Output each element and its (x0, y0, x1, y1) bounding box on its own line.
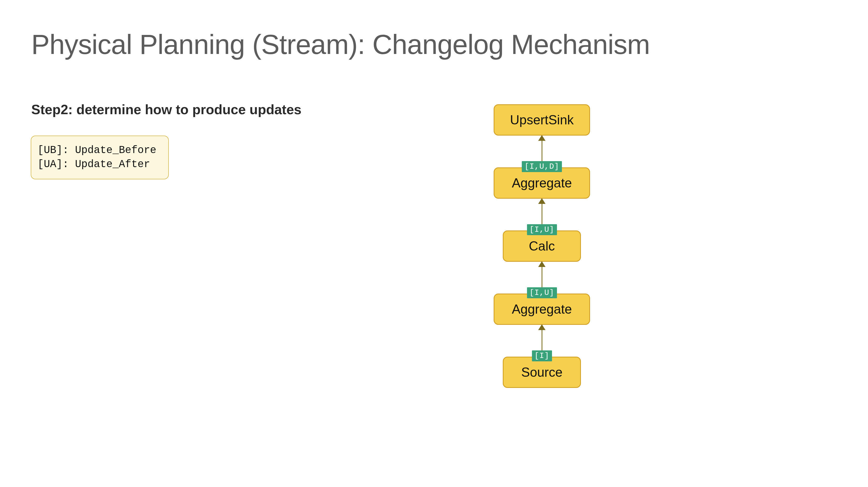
arrow-4: [I] (541, 325, 542, 356)
legend-box: [UB]: Update_Before [UA]: Update_After (31, 136, 169, 179)
legend-line-ub: [UB]: Update_Before (37, 143, 162, 157)
node-label: UpsertSink (510, 113, 574, 126)
node-label: Source (521, 366, 562, 379)
arrow-2: [I,U] (541, 199, 542, 230)
pipeline-diagram: UpsertSink [I,U,D] Aggregate [I,U] Calc (490, 104, 594, 388)
arrow-head-icon (538, 135, 546, 141)
legend-line-ua: [UA]: Update_After (37, 157, 162, 172)
node-calc: Calc (503, 230, 581, 262)
slide: Physical Planning (Stream): Changelog Me… (0, 0, 868, 487)
node-label: Calc (529, 239, 555, 253)
arrow-1: [I,U,D] (541, 136, 542, 167)
arrow-head-icon (538, 198, 546, 204)
arrow-head-icon (538, 324, 546, 330)
node-label: Aggregate (512, 176, 572, 190)
arrow-head-icon (538, 261, 546, 267)
node-label: Aggregate (512, 303, 572, 316)
node-aggregate-top: Aggregate (494, 167, 590, 199)
slide-title: Physical Planning (Stream): Changelog Me… (31, 29, 650, 60)
node-upsert-sink: UpsertSink (494, 104, 590, 136)
arrow-3: [I,U] (541, 262, 542, 293)
node-source: Source (503, 356, 581, 388)
node-aggregate-bottom: Aggregate (494, 293, 590, 325)
step-subtitle: Step2: determine how to produce updates (31, 102, 301, 117)
